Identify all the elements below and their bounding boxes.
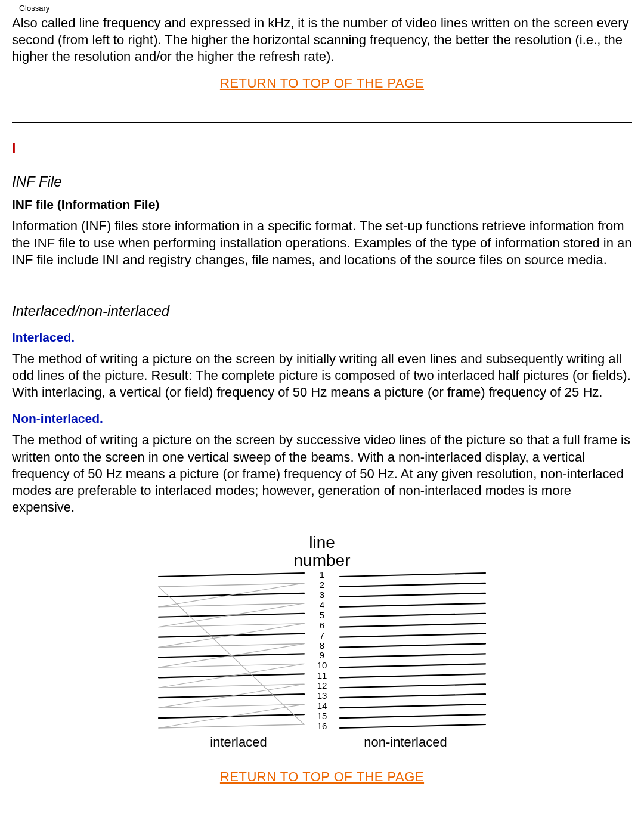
svg-line-11 xyxy=(340,684,485,688)
svg-text:4: 4 xyxy=(320,600,324,610)
diagram-svg: 12345678910111213141516 xyxy=(155,571,489,732)
svg-text:6: 6 xyxy=(320,620,324,630)
svg-line-23 xyxy=(159,644,304,648)
svg-text:14: 14 xyxy=(317,701,327,711)
svg-line-36 xyxy=(159,664,304,688)
intro-paragraph: Also called line frequency and expressed… xyxy=(12,15,632,65)
diagram-label-left: interlaced xyxy=(155,735,322,750)
svg-line-13 xyxy=(340,704,485,708)
svg-text:16: 16 xyxy=(317,721,327,731)
svg-line-27 xyxy=(159,684,304,688)
diagram-label-right: non-interlaced xyxy=(322,735,489,750)
svg-line-17 xyxy=(159,583,304,587)
diagram-title: line number xyxy=(155,534,489,569)
section-letter-i: I xyxy=(12,141,632,157)
diagram-title-line1: line xyxy=(309,533,335,552)
svg-text:9: 9 xyxy=(320,650,324,660)
svg-line-14 xyxy=(340,714,485,718)
svg-line-2 xyxy=(340,593,485,597)
svg-line-31 xyxy=(159,724,304,728)
inf-paragraph: Information (INF) files store informatio… xyxy=(12,218,632,268)
interlaced-paragraph: The method of writing a picture on the s… xyxy=(12,351,632,401)
svg-line-21 xyxy=(159,624,304,627)
interlaced-heading: Interlaced. xyxy=(12,330,632,345)
interlace-diagram: line number 12345678910111213141516 inte… xyxy=(155,534,489,750)
svg-text:15: 15 xyxy=(317,711,327,721)
svg-line-25 xyxy=(159,664,304,667)
svg-line-8 xyxy=(340,654,485,657)
svg-line-5 xyxy=(340,624,485,627)
svg-line-15 xyxy=(340,724,485,728)
svg-text:2: 2 xyxy=(320,580,324,590)
svg-text:13: 13 xyxy=(317,690,327,701)
svg-line-4 xyxy=(340,614,485,617)
svg-line-9 xyxy=(340,664,485,667)
svg-line-7 xyxy=(340,644,485,648)
return-top-link-1[interactable]: RETURN TO TOP OF THE PAGE xyxy=(220,76,424,91)
svg-text:5: 5 xyxy=(320,610,324,620)
return-top-link-2[interactable]: RETURN TO TOP OF THE PAGE xyxy=(220,769,424,784)
page-header-small: Glossary xyxy=(12,0,632,14)
noninterlaced-paragraph: The method of writing a picture on the s… xyxy=(12,432,632,516)
svg-line-32 xyxy=(159,583,304,607)
term-interlaced-title: Interlaced/non-interlaced xyxy=(12,303,632,320)
section-divider xyxy=(12,122,632,123)
svg-text:7: 7 xyxy=(320,630,324,640)
term-inf-file-title: INF File xyxy=(12,174,632,190)
diagram-title-line2: number xyxy=(294,551,351,569)
svg-line-3 xyxy=(340,603,485,607)
svg-line-0 xyxy=(340,573,485,577)
svg-line-16 xyxy=(159,573,304,577)
return-top-link-wrap-1: RETURN TO TOP OF THE PAGE xyxy=(12,76,632,91)
return-top-link-wrap-2: RETURN TO TOP OF THE PAGE xyxy=(12,769,632,785)
svg-text:8: 8 xyxy=(320,640,324,651)
svg-text:3: 3 xyxy=(320,590,324,600)
svg-text:1: 1 xyxy=(320,571,324,580)
noninterlaced-heading: Non-interlaced. xyxy=(12,411,632,426)
svg-line-12 xyxy=(340,694,485,698)
svg-text:12: 12 xyxy=(317,680,327,690)
term-inf-file-subtitle: INF file (Information File) xyxy=(12,197,632,212)
svg-line-34 xyxy=(159,624,304,648)
svg-line-6 xyxy=(340,634,485,637)
svg-line-38 xyxy=(159,704,304,728)
svg-line-10 xyxy=(340,674,485,677)
svg-line-39 xyxy=(159,587,304,724)
svg-text:11: 11 xyxy=(317,670,327,680)
svg-text:10: 10 xyxy=(317,660,327,670)
svg-line-1 xyxy=(340,583,485,587)
svg-line-19 xyxy=(159,603,304,607)
svg-line-29 xyxy=(159,704,304,708)
